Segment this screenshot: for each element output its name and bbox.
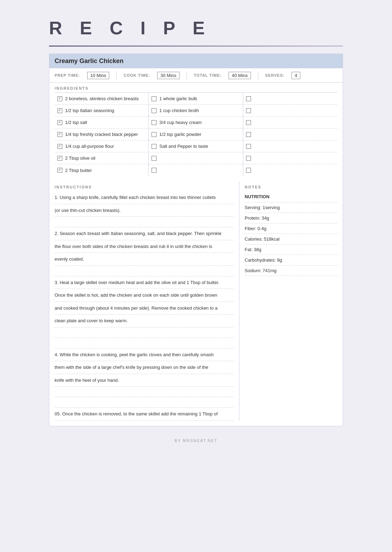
header-divider: [49, 46, 343, 47]
recipe-card: Creamy Garlic Chicken PREP TIME: 10 Mins…: [49, 54, 343, 426]
ingredient-checkbox[interactable]: [57, 120, 62, 125]
total-label: TOTAL TIME:: [194, 73, 222, 77]
ingredient-row: 1/2 tsp salt: [55, 117, 148, 129]
ingredient-row: 1/4 cup all-purpose flour: [55, 140, 148, 152]
ingredient-checkbox[interactable]: [57, 108, 62, 113]
ingredient-row: [243, 164, 337, 176]
instruction-row: them with the side of a large chef's kni…: [55, 361, 234, 374]
instruction-row: and cooked through (about 4 minutes per …: [55, 302, 234, 315]
ingredient-text: 3/4 cup heavy cream: [159, 120, 202, 125]
ingredient-row: [243, 117, 337, 129]
ingredient-checkbox[interactable]: [246, 144, 251, 149]
instruction-row: 1. Using a sharp knife, carefully fillet…: [55, 191, 234, 204]
nutrition-row: Protein: 34g: [245, 213, 337, 223]
ingredient-text: 1/2 tsp salt: [65, 120, 87, 125]
notes-label: NOTES: [245, 181, 337, 191]
ingredient-text: 1/4 tsp freshly cracked black pepper: [65, 132, 138, 137]
ingredient-text: 1 cup chicken broth: [159, 108, 199, 113]
ingredient-row: [149, 152, 243, 164]
ingredient-row: 2 Tbsp butter: [55, 164, 148, 176]
instruction-row: [55, 338, 234, 349]
ingredient-checkbox[interactable]: [246, 132, 251, 137]
instruction-row: knife with the heel of your hand.: [55, 374, 234, 387]
ingredient-checkbox[interactable]: [152, 132, 156, 137]
time-bar: PREP TIME: 10 Mins COOK TIME: 30 Mins TO…: [49, 68, 343, 83]
ingredient-row: [243, 129, 337, 140]
ingredient-row: 1 whole garlic bulb: [149, 93, 243, 105]
ingredient-row: 1/4 tsp freshly cracked black pepper: [55, 129, 148, 140]
footer: BY MRSNEAT.NET: [38, 433, 354, 448]
recipe-title: Creamy Garlic Chicken: [49, 54, 343, 68]
serves-label: SERVES:: [265, 73, 285, 77]
instruction-row: (or use thin-cut chicken breasts).: [55, 204, 234, 217]
ingredient-row: [149, 164, 243, 176]
instruction-row: [55, 387, 234, 397]
instructions-list: 1. Using a sharp knife, carefully fillet…: [55, 191, 234, 421]
ingredient-checkbox[interactable]: [152, 120, 156, 125]
instruction-row: [55, 327, 234, 338]
ingredients-col3: [243, 93, 337, 176]
ingredients-grid: 2 boneless, skinless chicken breasts1/2 …: [55, 92, 337, 176]
prep-label: PREP TIME:: [55, 73, 80, 77]
instruction-row: Once the skillet is hot, add the chicken…: [55, 289, 234, 302]
instruction-row: 05. Once the chicken is removed, to the …: [55, 408, 234, 421]
instruction-row: 4. While the chicken is cooking, peel th…: [55, 349, 234, 361]
ingredients-col2: 1 whole garlic bulb1 cup chicken broth3/…: [149, 93, 243, 176]
instruction-row: [55, 397, 234, 408]
nutrition-row: Fat: 38g: [245, 244, 337, 255]
instruction-row: the flour over both sides of the chicken…: [55, 240, 234, 253]
two-col-section: INSTRUCTIONS 1. Using a sharp knife, car…: [55, 181, 337, 421]
cook-label: COOK TIME:: [124, 73, 150, 77]
ingredient-checkbox[interactable]: [152, 144, 156, 149]
ingredient-row: [243, 105, 337, 117]
nutrition-row: Calories: 518kcal: [245, 234, 337, 244]
header: R E C I P E: [38, 7, 354, 46]
ingredient-text: 2 Tbsp butter: [65, 168, 92, 173]
instruction-row: [55, 217, 234, 227]
ingredient-checkbox[interactable]: [246, 96, 251, 101]
ingredient-text: 1/2 tsp garlic powder: [159, 132, 201, 137]
cook-value: 30 Mins: [157, 72, 180, 79]
ingredient-row: 3/4 cup heavy cream: [149, 117, 243, 129]
ingredient-row: 2 boneless, skinless chicken breasts: [55, 93, 148, 105]
instruction-row: 3. Heat a large skillet over medium heat…: [55, 276, 234, 289]
nutrition-header: NUTRITION: [245, 191, 337, 202]
notes-column: NOTES NUTRITION Serving: 1servingProtein…: [239, 181, 337, 421]
total-value: 40 Mins: [229, 72, 251, 79]
page-title: R E C I P E: [49, 18, 343, 39]
ingredient-text: 1/4 cup all-purpose flour: [65, 144, 114, 149]
ingredient-text: 2 boneless, skinless chicken breasts: [65, 96, 139, 101]
ingredient-text: 1/2 tsp Italian seasoning: [65, 108, 114, 113]
ingredient-checkbox[interactable]: [152, 108, 156, 113]
ingredient-checkbox[interactable]: [152, 168, 156, 173]
ingredient-text: 2 Tbsp olive oil: [65, 156, 95, 161]
ingredient-checkbox[interactable]: [57, 96, 62, 101]
ingredient-row: [243, 140, 337, 152]
instruction-row: [55, 266, 234, 276]
ingredient-checkbox[interactable]: [246, 168, 251, 173]
ingredient-text: Salt and Pepper to taste: [159, 144, 208, 149]
ingredient-row: [243, 152, 337, 164]
ingredient-checkbox[interactable]: [152, 156, 156, 161]
ingredient-checkbox[interactable]: [152, 96, 156, 101]
instruction-row: clean plate and cover to keep warm.: [55, 315, 234, 327]
instructions-column: INSTRUCTIONS 1. Using a sharp knife, car…: [55, 181, 239, 421]
ingredient-row: 2 Tbsp olive oil: [55, 152, 148, 164]
nutrition-row: Sodium: 741mg: [245, 265, 337, 276]
ingredient-text: 1 whole garlic bulb: [159, 96, 197, 101]
instruction-row: 2. Season each breast with Italian seaso…: [55, 227, 234, 240]
nutrition-row: Serving: 1serving: [245, 202, 337, 213]
ingredients-col1: 2 boneless, skinless chicken breasts1/2 …: [55, 93, 149, 176]
ingredient-checkbox[interactable]: [57, 168, 62, 173]
ingredient-checkbox[interactable]: [246, 156, 251, 161]
instruction-row: evenly coated.: [55, 253, 234, 266]
ingredient-checkbox[interactable]: [57, 156, 62, 161]
nutrition-row: Carbohydrates: 9g: [245, 255, 337, 265]
ingredient-checkbox[interactable]: [246, 108, 251, 113]
page: R E C I P E Creamy Garlic Chicken PREP T…: [38, 7, 354, 552]
prep-value: 10 Mins: [87, 72, 110, 79]
nutrition-row: Fiber: 0.4g: [245, 223, 337, 234]
ingredient-checkbox[interactable]: [57, 132, 62, 137]
ingredient-checkbox[interactable]: [57, 144, 62, 149]
ingredient-checkbox[interactable]: [246, 120, 251, 125]
